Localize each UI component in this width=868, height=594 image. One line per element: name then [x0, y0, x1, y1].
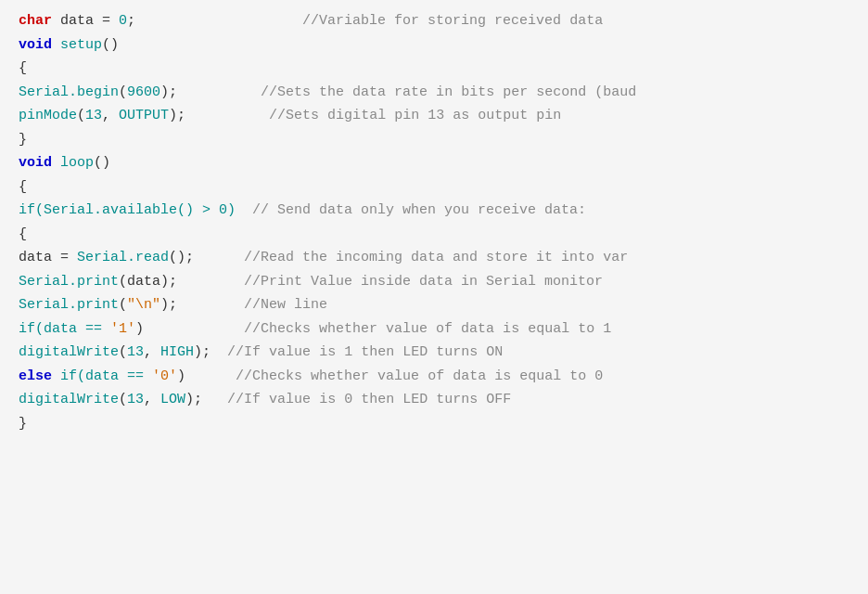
code-line-6: } [19, 128, 849, 152]
keyword-char: char [19, 13, 52, 29]
code-line-11: data = Serial.read(); //Read the incomin… [19, 246, 849, 270]
number-9600: 9600 [127, 84, 160, 100]
string-1: '1' [110, 321, 135, 337]
code-line-15: digitalWrite(13, HIGH); //If value is 1 … [19, 341, 849, 365]
comment-9: //If value is 1 then LED turns ON [227, 344, 503, 360]
code-line-8: { [19, 175, 849, 200]
func-serial-print-1: Serial.print [19, 274, 119, 290]
func-digitalwrite-low: digitalWrite [19, 392, 119, 407]
func-pinmode: pinMode [19, 108, 77, 123]
string-newline: "\n" [127, 297, 160, 313]
code-line-18: } [19, 412, 849, 436]
comment-1: //Variable for storing received data [302, 13, 603, 29]
code-line-2: void setup() [19, 33, 849, 58]
code-line-17: digitalWrite(13, LOW); //If value is 0 t… [19, 388, 849, 412]
comment-10: //Checks whether value of data is equal … [236, 368, 603, 384]
keyword-void-2: void [19, 155, 52, 171]
func-loop: loop [60, 155, 94, 171]
code-line-16: else if(data == '0') //Checks whether va… [19, 365, 849, 389]
code-line-7: void loop() [19, 151, 849, 175]
func-serial-read: Serial.read [77, 250, 169, 265]
string-0: '0' [152, 368, 177, 384]
code-line-14: if(data == '1') //Checks whether value o… [19, 317, 849, 342]
code-line-9: if(Serial.available() > 0) // Send data … [19, 199, 849, 223]
number-0: 0 [119, 13, 127, 29]
func-serial-begin: Serial.begin [19, 84, 119, 100]
code-editor: char data = 0; //Variable for storing re… [0, 0, 868, 594]
code-line-1: char data = 0; //Variable for storing re… [19, 9, 849, 33]
comment-7: //New line [244, 297, 327, 313]
keyword-high: HIGH [160, 344, 194, 360]
number-13-3: 13 [127, 392, 144, 407]
func-setup: setup [60, 37, 102, 53]
comment-2: //Sets the data rate in bits per second … [261, 84, 636, 100]
code-line-4: Serial.begin(9600); //Sets the data rate… [19, 81, 849, 105]
keyword-low: LOW [160, 392, 185, 407]
comment-3: //Sets digital pin 13 as output pin [269, 108, 561, 123]
keyword-else: else [19, 368, 52, 384]
comment-8: //Checks whether value of data is equal … [244, 321, 611, 337]
keyword-output: OUTPUT [119, 108, 169, 123]
code-line-12: Serial.print(data); //Print Value inside… [19, 270, 849, 294]
comment-4: // Send data only when you receive data: [252, 202, 586, 218]
func-if-serial-available: if(Serial.available() > 0) [19, 202, 236, 218]
comment-5: //Read the incoming data and store it in… [244, 250, 628, 265]
code-line-3: { [19, 57, 849, 81]
number-13-1: 13 [85, 108, 102, 123]
comment-11: //If value is 0 then LED turns OFF [227, 392, 511, 407]
keyword-void-1: void [19, 37, 52, 53]
number-13-2: 13 [127, 344, 144, 360]
func-serial-print-2: Serial.print [19, 297, 119, 313]
code-line-10: { [19, 223, 849, 247]
code-line-13: Serial.print("\n"); //New line [19, 293, 849, 317]
func-digitalwrite-high: digitalWrite [19, 344, 119, 360]
func-if-data-1: if(data == [19, 321, 110, 337]
code-line-5: pinMode(13, OUTPUT); //Sets digital pin … [19, 104, 849, 128]
func-if-data-2: if(data == [60, 368, 152, 384]
comment-6: //Print Value inside data in Serial moni… [244, 274, 603, 290]
